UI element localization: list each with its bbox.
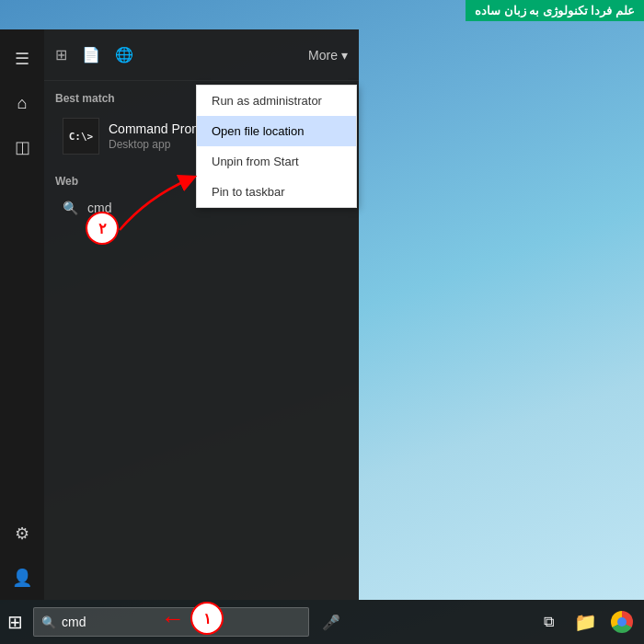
run-as-admin-item[interactable]: Run as administrator <box>197 86 356 116</box>
chrome-icon[interactable] <box>607 607 637 637</box>
globe-icon[interactable]: 🌐 <box>115 46 133 63</box>
document-icon[interactable]: 📄 <box>82 46 100 63</box>
hamburger-menu-icon[interactable]: ☰ <box>0 37 44 81</box>
mic-icon[interactable]: 🎤 <box>316 607 346 637</box>
taskbar-search-icon: 🔍 <box>41 615 56 629</box>
unpin-from-start-item[interactable]: Unpin from Start <box>197 146 356 177</box>
taskbar: ⊞ 🔍 cmd 🎤 ⧉ 📁 <box>0 600 644 644</box>
folder-icon: 📁 <box>574 611 597 633</box>
sidebar: ☰ ⌂ ◫ ⚙ 👤 <box>0 29 44 600</box>
apps-grid-icon[interactable]: ⊞ <box>55 46 67 63</box>
sidebar-home-icon[interactable]: ⌂ <box>0 81 44 125</box>
file-explorer-icon[interactable]: 📁 <box>570 607 600 637</box>
more-button[interactable]: More ▾ <box>308 48 348 63</box>
sidebar-user-icon[interactable]: 👤 <box>0 556 44 600</box>
cmd-icon: C:\> <box>63 118 99 155</box>
start-button[interactable]: ⊞ <box>0 607 29 637</box>
chrome-logo <box>611 611 633 633</box>
watermark-banner: علم فردا تکنولوژی به زبان ساده <box>466 0 644 21</box>
open-file-location-item[interactable]: Open file location <box>197 116 356 146</box>
task-view-icon[interactable]: ⧉ <box>534 607 563 637</box>
taskbar-search-box[interactable]: 🔍 cmd <box>33 607 309 637</box>
sidebar-settings-icon[interactable]: ⚙ <box>0 512 44 556</box>
pin-to-taskbar-item[interactable]: Pin to taskbar <box>197 177 356 207</box>
top-bar: ⊞ 📄 🌐 More ▾ <box>44 29 359 81</box>
search-sym-icon: 🔍 <box>63 201 78 215</box>
taskbar-search-text: cmd <box>62 615 86 629</box>
taskbar-right: ⧉ 📁 <box>534 607 644 637</box>
sidebar-recent-icon[interactable]: ◫ <box>0 125 44 169</box>
context-menu: Run as administrator Open file location … <box>196 85 357 208</box>
